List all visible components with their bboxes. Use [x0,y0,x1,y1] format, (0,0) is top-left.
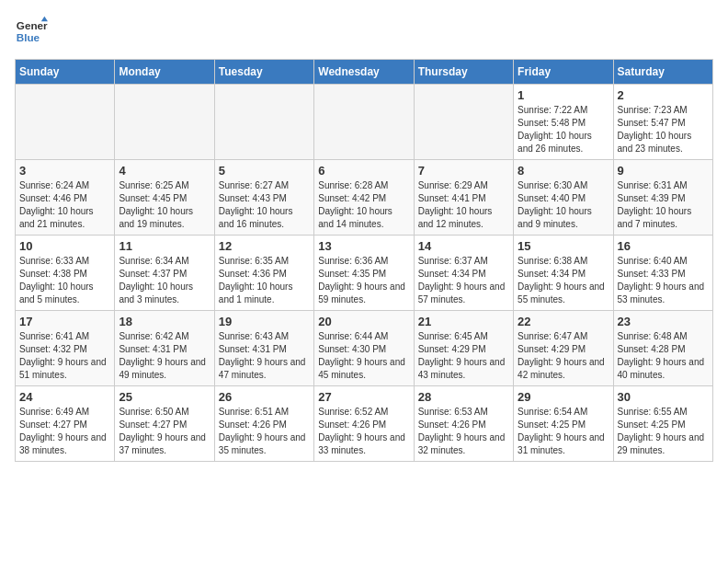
weekday-header: Tuesday [214,60,313,85]
day-info: Sunrise: 6:34 AM Sunset: 4:37 PM Dayligh… [119,255,210,306]
calendar-cell: 2Sunrise: 7:23 AM Sunset: 5:47 PM Daylig… [613,85,712,160]
day-number: 7 [418,164,509,178]
calendar-cell: 4Sunrise: 6:25 AM Sunset: 4:45 PM Daylig… [115,160,214,236]
calendar-cell: 3Sunrise: 6:24 AM Sunset: 4:46 PM Daylig… [16,160,115,236]
calendar-cell: 18Sunrise: 6:42 AM Sunset: 4:31 PM Dayli… [115,311,214,386]
calendar-cell: 19Sunrise: 6:43 AM Sunset: 4:31 PM Dayli… [214,311,313,386]
calendar-week-row: 17Sunrise: 6:41 AM Sunset: 4:32 PM Dayli… [16,311,713,386]
day-number: 23 [618,315,709,328]
weekday-header: Monday [115,60,214,85]
calendar-cell: 14Sunrise: 6:37 AM Sunset: 4:34 PM Dayli… [414,236,513,311]
day-info: Sunrise: 6:24 AM Sunset: 4:46 PM Dayligh… [19,179,110,231]
day-number: 25 [119,390,210,404]
weekday-header: Saturday [613,60,712,85]
calendar-cell [16,85,115,160]
calendar-week-row: 1Sunrise: 7:22 AM Sunset: 5:48 PM Daylig… [16,85,713,160]
calendar-cell: 26Sunrise: 6:51 AM Sunset: 4:26 PM Dayli… [214,386,313,462]
calendar-cell: 16Sunrise: 6:40 AM Sunset: 4:33 PM Dayli… [613,236,712,311]
day-number: 10 [19,239,110,253]
day-info: Sunrise: 6:29 AM Sunset: 4:41 PM Dayligh… [418,179,509,231]
day-info: Sunrise: 6:36 AM Sunset: 4:35 PM Dayligh… [318,255,409,306]
day-number: 30 [618,390,709,404]
calendar-cell: 11Sunrise: 6:34 AM Sunset: 4:37 PM Dayli… [115,236,214,311]
day-info: Sunrise: 6:55 AM Sunset: 4:25 PM Dayligh… [618,406,709,457]
day-number: 2 [618,88,709,102]
day-info: Sunrise: 6:47 AM Sunset: 4:29 PM Dayligh… [518,330,609,382]
calendar-cell: 15Sunrise: 6:38 AM Sunset: 4:34 PM Dayli… [514,236,613,311]
calendar-cell: 28Sunrise: 6:53 AM Sunset: 4:26 PM Dayli… [414,386,513,462]
day-number: 5 [219,164,310,178]
day-info: Sunrise: 6:44 AM Sunset: 4:30 PM Dayligh… [318,330,409,382]
day-number: 14 [418,239,509,253]
day-number: 8 [518,164,609,178]
calendar-week-row: 24Sunrise: 6:49 AM Sunset: 4:27 PM Dayli… [16,386,713,462]
day-info: Sunrise: 7:23 AM Sunset: 5:47 PM Dayligh… [618,104,709,155]
day-info: Sunrise: 6:49 AM Sunset: 4:27 PM Dayligh… [19,406,110,457]
day-info: Sunrise: 6:45 AM Sunset: 4:29 PM Dayligh… [418,330,509,382]
day-number: 17 [19,315,110,328]
calendar-cell: 5Sunrise: 6:27 AM Sunset: 4:43 PM Daylig… [214,160,313,236]
logo-icon: General Blue [15,15,48,48]
day-info: Sunrise: 6:54 AM Sunset: 4:25 PM Dayligh… [518,406,609,457]
calendar-cell: 7Sunrise: 6:29 AM Sunset: 4:41 PM Daylig… [414,160,513,236]
day-info: Sunrise: 6:40 AM Sunset: 4:33 PM Dayligh… [618,255,709,306]
calendar-week-row: 3Sunrise: 6:24 AM Sunset: 4:46 PM Daylig… [16,160,713,236]
calendar-week-row: 10Sunrise: 6:33 AM Sunset: 4:38 PM Dayli… [16,236,713,311]
svg-text:Blue: Blue [17,31,40,43]
calendar-cell: 13Sunrise: 6:36 AM Sunset: 4:35 PM Dayli… [314,236,414,311]
weekday-header: Sunday [16,60,115,85]
day-number: 12 [219,239,310,253]
day-info: Sunrise: 6:25 AM Sunset: 4:45 PM Dayligh… [119,179,210,231]
day-info: Sunrise: 6:51 AM Sunset: 4:26 PM Dayligh… [219,406,310,457]
calendar-cell: 1Sunrise: 7:22 AM Sunset: 5:48 PM Daylig… [514,85,613,160]
day-number: 26 [219,390,310,404]
calendar-cell: 17Sunrise: 6:41 AM Sunset: 4:32 PM Dayli… [16,311,115,386]
calendar-body: 1Sunrise: 7:22 AM Sunset: 5:48 PM Daylig… [16,85,713,462]
day-number: 16 [618,239,709,253]
day-number: 11 [119,239,210,253]
day-info: Sunrise: 6:35 AM Sunset: 4:36 PM Dayligh… [219,255,310,306]
calendar-cell: 23Sunrise: 6:48 AM Sunset: 4:28 PM Dayli… [613,311,712,386]
day-info: Sunrise: 6:48 AM Sunset: 4:28 PM Dayligh… [618,330,709,382]
day-info: Sunrise: 6:27 AM Sunset: 4:43 PM Dayligh… [219,179,310,231]
day-number: 21 [418,315,509,328]
calendar-header-row: SundayMondayTuesdayWednesdayThursdayFrid… [16,60,713,85]
calendar-cell [115,85,214,160]
day-number: 22 [518,315,609,328]
day-number: 28 [418,390,509,404]
day-number: 13 [318,239,409,253]
day-info: Sunrise: 6:43 AM Sunset: 4:31 PM Dayligh… [219,330,310,382]
day-info: Sunrise: 6:52 AM Sunset: 4:26 PM Dayligh… [318,406,409,457]
day-number: 15 [518,239,609,253]
day-info: Sunrise: 6:42 AM Sunset: 4:31 PM Dayligh… [119,330,210,382]
day-number: 18 [119,315,210,328]
calendar-cell: 24Sunrise: 6:49 AM Sunset: 4:27 PM Dayli… [16,386,115,462]
day-number: 19 [219,315,310,328]
day-info: Sunrise: 7:22 AM Sunset: 5:48 PM Dayligh… [518,104,609,155]
day-info: Sunrise: 6:37 AM Sunset: 4:34 PM Dayligh… [418,255,509,306]
calendar-cell [214,85,313,160]
calendar-cell: 12Sunrise: 6:35 AM Sunset: 4:36 PM Dayli… [214,236,313,311]
day-number: 4 [119,164,210,178]
day-number: 9 [618,164,709,178]
day-info: Sunrise: 6:50 AM Sunset: 4:27 PM Dayligh… [119,406,210,457]
weekday-header: Thursday [414,60,513,85]
weekday-header: Friday [514,60,613,85]
calendar-cell: 6Sunrise: 6:28 AM Sunset: 4:42 PM Daylig… [314,160,414,236]
page-header: General Blue [15,15,713,48]
day-info: Sunrise: 6:38 AM Sunset: 4:34 PM Dayligh… [518,255,609,306]
calendar-cell: 20Sunrise: 6:44 AM Sunset: 4:30 PM Dayli… [314,311,414,386]
day-info: Sunrise: 6:41 AM Sunset: 4:32 PM Dayligh… [19,330,110,382]
day-number: 29 [518,390,609,404]
calendar-cell: 21Sunrise: 6:45 AM Sunset: 4:29 PM Dayli… [414,311,513,386]
calendar-cell: 9Sunrise: 6:31 AM Sunset: 4:39 PM Daylig… [613,160,712,236]
day-number: 20 [318,315,409,328]
calendar-cell [314,85,414,160]
calendar-cell: 25Sunrise: 6:50 AM Sunset: 4:27 PM Dayli… [115,386,214,462]
day-number: 3 [19,164,110,178]
calendar-cell: 10Sunrise: 6:33 AM Sunset: 4:38 PM Dayli… [16,236,115,311]
day-info: Sunrise: 6:31 AM Sunset: 4:39 PM Dayligh… [618,179,709,231]
day-info: Sunrise: 6:33 AM Sunset: 4:38 PM Dayligh… [19,255,110,306]
day-number: 27 [318,390,409,404]
day-number: 6 [318,164,409,178]
